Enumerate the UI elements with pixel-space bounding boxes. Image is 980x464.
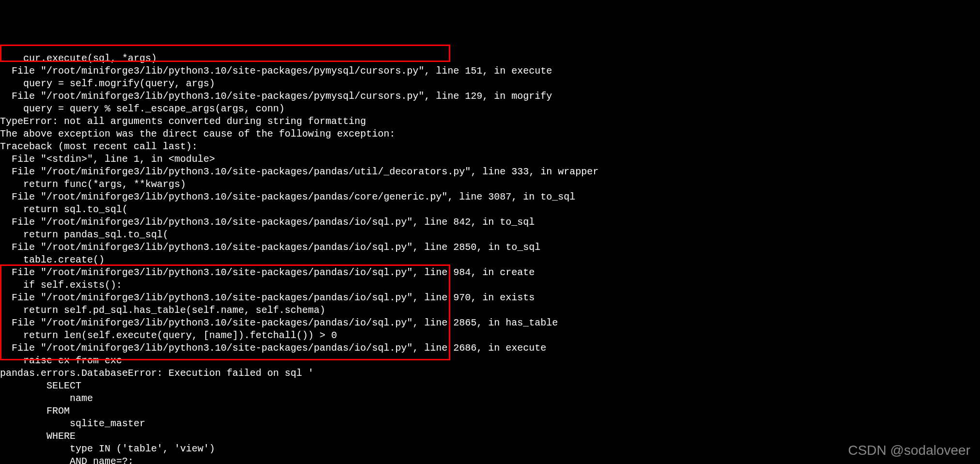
traceback-line: File "/root/miniforge3/lib/python3.10/si… [0, 166, 980, 178]
traceback-line: return self.pd_sql.has_table(self.name, … [0, 304, 980, 317]
traceback-line: File "/root/miniforge3/lib/python3.10/si… [0, 342, 980, 355]
traceback-line: SELECT [0, 380, 980, 392]
traceback-line: cur.execute(sql, *args) [0, 52, 980, 65]
watermark-text: CSDN @sodaloveer [848, 442, 970, 459]
traceback-line-typeerror: TypeError: not all arguments converted d… [0, 115, 980, 128]
traceback-line: File "/root/miniforge3/lib/python3.10/si… [0, 317, 980, 329]
traceback-line: FROM [0, 405, 980, 418]
traceback-line: return sql.to_sql( [0, 203, 980, 216]
traceback-line: File "/root/miniforge3/lib/python3.10/si… [0, 90, 980, 103]
traceback-line: File "/root/miniforge3/lib/python3.10/si… [0, 292, 980, 304]
traceback-line: The above exception was the direct cause… [0, 128, 980, 140]
traceback-line: type IN ('table', 'view') [0, 443, 980, 455]
traceback-line: raise ex from exc [0, 355, 980, 367]
traceback-line: return func(*args, **kwargs) [0, 178, 980, 191]
traceback-line: File "/root/miniforge3/lib/python3.10/si… [0, 191, 980, 203]
traceback-line-dberror: pandas.errors.DatabaseError: Execution f… [0, 367, 980, 380]
traceback-line: File "/root/miniforge3/lib/python3.10/si… [0, 65, 980, 77]
traceback-line: Traceback (most recent call last): [0, 140, 980, 153]
traceback-line: query = query % self._escape_args(args, … [0, 103, 980, 115]
traceback-line: name [0, 392, 980, 405]
traceback-line: File "/root/miniforge3/lib/python3.10/si… [0, 241, 980, 254]
traceback-line: sqlite_master [0, 418, 980, 430]
terminal-output[interactable]: cur.execute(sql, *args) File "/root/mini… [0, 52, 980, 464]
traceback-line: WHERE [0, 430, 980, 443]
traceback-line: if self.exists(): [0, 279, 980, 292]
traceback-line: File "<stdin>", line 1, in <module> [0, 153, 980, 166]
traceback-line: File "/root/miniforge3/lib/python3.10/si… [0, 266, 980, 279]
traceback-line: query = self.mogrify(query, args) [0, 77, 980, 90]
traceback-line: File "/root/miniforge3/lib/python3.10/si… [0, 216, 980, 229]
traceback-line: return len(self.execute(query, [name]).f… [0, 329, 980, 342]
traceback-line: AND name=?; [0, 455, 980, 464]
traceback-line: table.create() [0, 254, 980, 266]
traceback-line: return pandas_sql.to_sql( [0, 229, 980, 241]
